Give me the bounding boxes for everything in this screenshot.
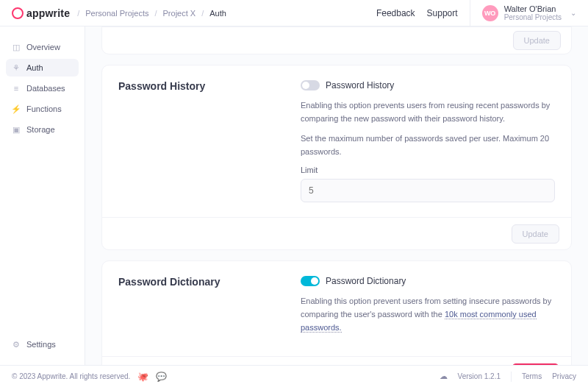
breadcrumb-project[interactable]: Project X — [163, 9, 196, 18]
card-footer: Update — [102, 217, 571, 249]
hint: Set the maximum number of passwords save… — [301, 132, 555, 158]
card-footer: Update — [102, 356, 571, 365]
limit-label: Limit — [301, 166, 555, 174]
discord-icon[interactable]: 💬 — [156, 372, 167, 382]
users-icon: ⚘ — [12, 63, 21, 72]
limit-input[interactable] — [301, 179, 555, 202]
toggle-row: Password Dictionary — [301, 276, 555, 286]
sidebar-item-label: Databases — [26, 84, 65, 93]
password-history-toggle[interactable] — [301, 80, 320, 90]
card-content: Password Dictionary Enabling this option… — [301, 276, 555, 341]
footer-right: ☁ Version 1.2.1 Terms Privacy — [440, 372, 576, 382]
cloud-icon: ☁ — [440, 372, 448, 381]
footer-left: © 2023 Appwrite. All rights reserved. 🐙 … — [12, 372, 167, 382]
sidebar-item-storage[interactable]: ▣ Storage — [6, 121, 79, 138]
sidebar-item-label: Auth — [26, 63, 43, 72]
chart-bar-icon: ◫ — [12, 43, 21, 52]
sidebar-item-label: Functions — [26, 104, 62, 113]
brand-name: appwrite — [26, 7, 70, 19]
sidebar-item-databases[interactable]: ≡ Databases — [6, 79, 79, 97]
sidebar-item-label: Settings — [26, 340, 56, 349]
copyright: © 2023 Appwrite. All rights reserved. — [12, 372, 130, 380]
logo-icon — [12, 7, 24, 19]
brand-logo[interactable]: appwrite — [12, 7, 70, 19]
sidebar-item-functions[interactable]: ⚡ Functions — [6, 100, 79, 118]
update-button-disabled: Update — [512, 224, 559, 244]
sidebar-item-label: Overview — [26, 43, 60, 52]
crumb-separator: / — [201, 9, 204, 18]
topbar-left: appwrite / Personal Projects / Project X… — [12, 7, 226, 19]
card-password-history: Password History Password History Enabli… — [101, 65, 572, 250]
account-org: Personal Projects — [504, 13, 562, 21]
toggle-label: Password Dictionary — [326, 276, 406, 286]
sidebar-item-settings[interactable]: ⚙ Settings — [6, 335, 79, 353]
sidebar-item-auth[interactable]: ⚘ Auth — [6, 59, 79, 77]
card-content: Password History Enabling this option pr… — [301, 80, 555, 202]
page-footer: © 2023 Appwrite. All rights reserved. 🐙 … — [0, 365, 588, 387]
toggle-knob — [302, 82, 309, 89]
account-name: Walter O'Brian — [504, 4, 562, 13]
description: Enabling this option prevents users from… — [301, 99, 555, 125]
toggle-knob — [311, 277, 318, 285]
password-dictionary-toggle[interactable] — [301, 276, 320, 286]
terms-link[interactable]: Terms — [522, 372, 542, 380]
support-link[interactable]: Support — [427, 8, 458, 18]
breadcrumb: / Personal Projects / Project X / Auth — [77, 9, 226, 18]
card-title: Password Dictionary — [118, 276, 287, 341]
chevron-down-icon: ⌄ — [570, 9, 576, 17]
crumb-separator: / — [77, 9, 79, 18]
breadcrumb-page[interactable]: Auth — [209, 9, 226, 18]
account-menu[interactable]: WO Walter O'Brian Personal Projects ⌄ — [470, 0, 576, 26]
sidebar: ◫ Overview ⚘ Auth ≡ Databases ⚡ Function… — [0, 26, 85, 365]
version-label: Version 1.2.1 — [458, 372, 501, 380]
toggle-label: Password History — [326, 80, 394, 90]
sidebar-footer: ⚙ Settings — [6, 335, 79, 353]
update-button-disabled: Update — [513, 31, 561, 50]
topbar-right: Feedback Support WO Walter O'Brian Perso… — [376, 0, 576, 26]
privacy-link[interactable]: Privacy — [552, 372, 576, 380]
breadcrumb-org[interactable]: Personal Projects — [85, 9, 148, 18]
frame: ◫ Overview ⚘ Auth ≡ Databases ⚡ Function… — [0, 26, 588, 365]
avatar: WO — [482, 5, 498, 21]
toggle-row: Password History — [301, 80, 555, 90]
topbar: appwrite / Personal Projects / Project X… — [0, 0, 588, 26]
sidebar-item-label: Storage — [26, 125, 55, 134]
card-body: Password Dictionary Password Dictionary … — [102, 261, 571, 356]
feedback-link[interactable]: Feedback — [376, 8, 415, 18]
folder-icon: ▣ — [12, 125, 21, 134]
github-icon[interactable]: 🐙 — [137, 372, 148, 382]
lightning-icon: ⚡ — [12, 104, 21, 113]
gear-icon: ⚙ — [12, 340, 21, 349]
card-previous-footer: Update — [101, 26, 572, 54]
card-body: Password History Password History Enabli… — [102, 65, 571, 217]
crumb-separator: / — [154, 9, 157, 18]
card-password-dictionary: Password Dictionary Password Dictionary … — [101, 260, 572, 365]
card-title: Password History — [118, 80, 287, 202]
description: Enabling this option prevent users from … — [301, 295, 555, 334]
sidebar-item-overview[interactable]: ◫ Overview — [6, 38, 79, 56]
divider — [511, 372, 512, 382]
database-icon: ≡ — [12, 84, 21, 93]
main: Update Password History Password History… — [85, 26, 588, 365]
